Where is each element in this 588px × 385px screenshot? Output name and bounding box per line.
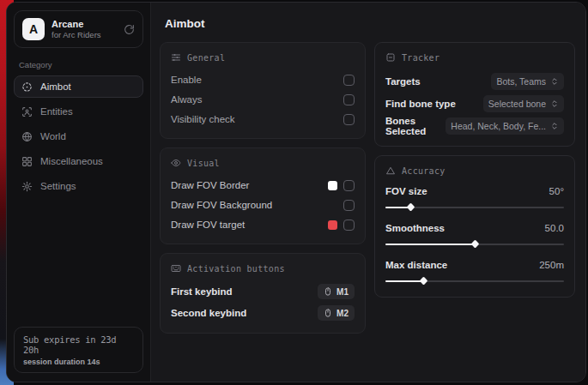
enable-checkbox[interactable] [343, 75, 355, 86]
chevrons-up-down-icon [550, 122, 559, 130]
main-content: Aimbot General Enable [151, 3, 585, 382]
sidebar-item-label: World [40, 131, 66, 141]
setting-label: Enable [171, 75, 202, 85]
slider-value: 50.0 [545, 223, 564, 233]
section-title: Activation buttons [187, 264, 285, 274]
grid-icon [21, 156, 33, 167]
slider-label: FOV size [385, 186, 427, 196]
frame-minus-icon [385, 52, 396, 63]
sidebar-item-settings[interactable]: Settings [14, 175, 143, 197]
slider-thumb[interactable] [471, 240, 480, 249]
gear-icon [21, 181, 33, 192]
setting-row-bones-selected: Bones Selected Head, Neck, Body, Fe... [385, 115, 564, 136]
chevrons-up-down-icon [550, 99, 559, 108]
slider-label: Max distance [385, 260, 447, 270]
keybind-value: M1 [336, 287, 349, 297]
setting-row-first-keybind: First keybind M1 [171, 281, 355, 302]
sidebar-item-label: Aimbot [40, 81, 71, 92]
targets-dropdown[interactable]: Bots, Teams [491, 73, 564, 90]
visual-card: Visual Draw FOV Border Draw FOV Backgrou… [160, 147, 366, 244]
dropdown-value: Head, Neck, Body, Fe... [451, 121, 546, 131]
section-title: Accuracy [402, 166, 446, 176]
sidebar-item-aimbot[interactable]: Aimbot [14, 75, 143, 98]
sidebar-item-miscellaneous[interactable]: Miscellaneous [14, 150, 143, 172]
section-title: Tracker [402, 53, 439, 63]
crosshair-icon [21, 81, 33, 93]
app-logo: A [22, 18, 45, 40]
globe-icon [21, 131, 33, 142]
tracker-card: Tracker Targets Bots, Teams [374, 42, 575, 147]
setting-row-always: Always [171, 90, 355, 109]
setting-label: Draw FOV Background [171, 200, 272, 210]
sidebar-item-label: Settings [40, 181, 76, 191]
setting-label: Find bone type [385, 99, 456, 109]
find-bone-type-dropdown[interactable]: Selected bone [483, 95, 564, 112]
slider-value: 50° [549, 186, 564, 196]
setting-row-visibility-check: Visibility check [171, 110, 355, 129]
setting-row-find-bone-type: Find bone type Selected bone [385, 93, 564, 114]
sidebar-item-label: Miscellaneous [40, 156, 103, 166]
setting-row-fov-border: Draw FOV Border [171, 176, 355, 195]
sidebar: A Arcane for Arc Riders Category Aimbot [7, 3, 151, 382]
setting-label: Draw FOV Border [171, 180, 249, 190]
mouse-icon [324, 287, 332, 296]
max-distance-slider-group: Max distance 250m [385, 257, 564, 284]
first-keybind-button[interactable]: M1 [318, 284, 355, 299]
activation-buttons-card: Activation buttons First keybind M1 [160, 253, 366, 334]
app-subtitle: for Arc Riders [52, 30, 101, 39]
slider-value: 250m [539, 260, 564, 270]
always-checkbox[interactable] [343, 94, 355, 105]
smoothness-slider[interactable] [385, 241, 564, 247]
setting-label: Always [171, 94, 202, 105]
sidebar-item-entities[interactable]: Entities [14, 100, 143, 123]
sidebar-item-world[interactable]: World [14, 125, 143, 147]
setting-label: Visibility check [171, 114, 235, 124]
dropdown-value: Selected bone [488, 99, 546, 109]
sliders-icon [171, 52, 181, 63]
bones-selected-dropdown[interactable]: Head, Neck, Body, Fe... [446, 117, 564, 135]
dropdown-value: Bots, Teams [496, 76, 546, 87]
setting-row-second-keybind: Second keybind M2 [171, 303, 355, 323]
mouse-icon [324, 309, 332, 317]
general-card: General Enable Always Visibility check [160, 42, 366, 139]
slider-thumb[interactable] [419, 277, 427, 286]
sub-expiry-text: Sub expires in 23d 20h [23, 334, 134, 355]
setting-label: Bones Selected [385, 116, 446, 136]
setting-label: Second keybind [171, 308, 246, 318]
setting-row-targets: Targets Bots, Teams [385, 70, 564, 92]
sidebar-item-label: Entities [40, 106, 73, 117]
fov-target-color-swatch[interactable] [328, 220, 337, 230]
eye-icon [171, 158, 181, 168]
visibility-check-checkbox[interactable] [343, 114, 355, 125]
session-duration-text: session duration 14s [23, 358, 134, 366]
accuracy-card: Accuracy FOV size 50° [374, 155, 575, 298]
app-name: Arcane [52, 19, 101, 29]
person-scan-icon [21, 106, 33, 117]
setting-label: First keybind [171, 286, 233, 297]
keybind-value: M2 [336, 309, 349, 318]
triangle-icon [385, 165, 396, 176]
fov-border-color-swatch[interactable] [328, 181, 337, 190]
subscription-info: Sub expires in 23d 20h session duration … [14, 327, 143, 373]
slider-thumb[interactable] [407, 203, 415, 212]
second-keybind-button[interactable]: M2 [318, 305, 355, 321]
setting-row-enable: Enable [171, 70, 355, 89]
keyboard-icon [171, 263, 181, 274]
page-title: Aimbot [165, 17, 575, 30]
fov-size-slider-group: FOV size 50° [385, 183, 564, 210]
fov-background-checkbox[interactable] [343, 200, 355, 211]
section-title: General [187, 53, 225, 63]
setting-row-fov-target: Draw FOV target [171, 215, 355, 234]
setting-row-fov-background: Draw FOV Background [171, 196, 355, 214]
setting-label: Draw FOV target [171, 220, 245, 230]
refresh-icon[interactable] [124, 24, 135, 35]
fov-target-checkbox[interactable] [343, 220, 355, 231]
brand-card: A Arcane for Arc Riders [14, 10, 143, 48]
max-distance-slider[interactable] [385, 278, 564, 284]
fov-border-checkbox[interactable] [343, 180, 355, 191]
chevrons-up-down-icon [550, 77, 559, 86]
section-title: Visual [187, 159, 220, 168]
app-window: A Arcane for Arc Riders Category Aimbot [6, 2, 586, 382]
fov-size-slider[interactable] [385, 204, 564, 210]
slider-label: Smoothness [385, 223, 445, 233]
